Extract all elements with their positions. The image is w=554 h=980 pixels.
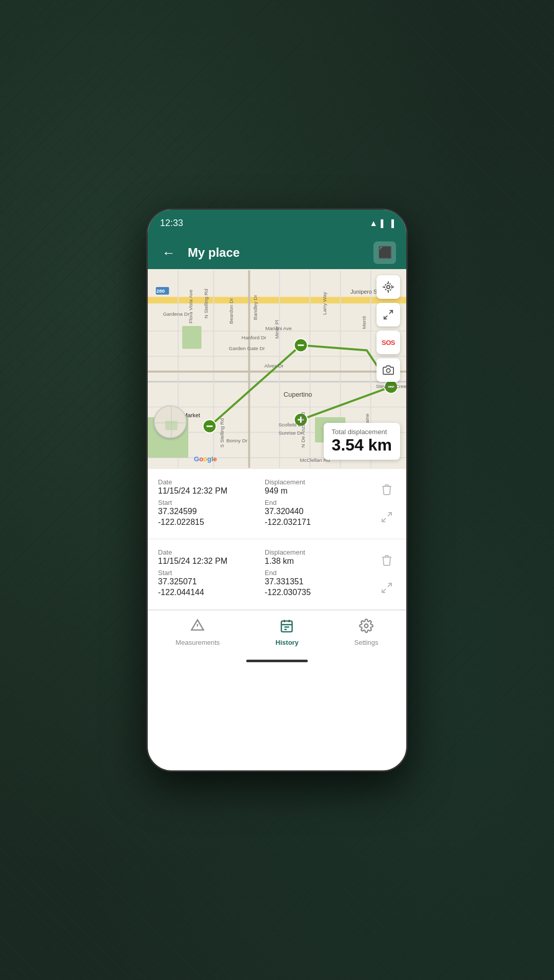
back-button[interactable]: ← [158, 241, 180, 265]
svg-point-83 [365, 624, 368, 628]
nav-history[interactable]: History [265, 615, 309, 650]
svg-rect-77 [282, 621, 292, 632]
svg-line-73 [382, 589, 386, 593]
item1-end-lat: 37.320440 [265, 506, 370, 517]
wifi-icon [369, 218, 378, 229]
svg-text:Larry Way: Larry Way [322, 292, 327, 315]
svg-text:Alves Dr: Alves Dr [264, 363, 284, 369]
page-title: My place [188, 246, 365, 260]
item2-end-block: End 37.331351 -122.030735 [265, 569, 370, 598]
svg-text:Hanford Dr: Hanford Dr [242, 335, 267, 340]
svg-text:N Stelling Rd: N Stelling Rd [203, 289, 209, 319]
item1-start-lat: 37.324599 [158, 506, 264, 517]
displacement-value: 3.54 km [332, 436, 392, 455]
svg-point-57 [387, 285, 390, 289]
measurements-label: Measurements [175, 639, 220, 646]
expand-button[interactable] [377, 303, 400, 326]
item1-actions [371, 478, 396, 529]
svg-rect-2 [148, 297, 406, 303]
home-indicator [148, 655, 406, 667]
history-list: Date 11/15/24 12:32 PM Start 37.324599 -… [148, 469, 406, 610]
save-button[interactable]: ⬛ [373, 241, 396, 264]
item2-displacement-value: 1.38 km [265, 556, 370, 567]
signal-icon [381, 218, 386, 229]
battery-icon [389, 218, 394, 229]
svg-line-63 [389, 311, 392, 314]
item1-end-label: End [265, 499, 370, 506]
svg-text:N De Anza Blvd: N De Anza Blvd [300, 412, 306, 447]
svg-rect-69 [165, 421, 177, 430]
item1-end-lon: -122.032171 [265, 517, 370, 528]
sos-button[interactable]: SOS [377, 331, 400, 354]
svg-text:Merrit: Merrit [361, 316, 367, 329]
item1-displacement-value: 949 m [265, 486, 370, 497]
svg-text:Mariani Ave: Mariani Ave [265, 325, 292, 331]
settings-icon [359, 619, 373, 637]
item2-displacement-label: Displacement [265, 548, 370, 556]
svg-text:Cupertino: Cupertino [284, 391, 312, 398]
status-bar: 12:33 [148, 210, 406, 236]
item1-start-lon: -122.022815 [158, 517, 264, 528]
history-item: Date 11/15/24 12:32 PM Start 37.324599 -… [148, 469, 406, 539]
map-controls: SOS [377, 275, 400, 382]
item2-date-label: Date [158, 548, 264, 556]
item2-actions [371, 548, 396, 600]
home-bar [246, 660, 308, 662]
svg-line-72 [388, 583, 391, 587]
svg-point-58 [385, 283, 392, 291]
history-icon [280, 619, 294, 637]
svg-line-71 [382, 518, 386, 522]
svg-text:Stevens Creek Blvd: Stevens Creek Blvd [376, 383, 406, 389]
item1-date-label: Date [158, 478, 264, 486]
mini-map-thumbnail[interactable] [154, 405, 187, 438]
item1-displacement-label: Displacement [265, 478, 370, 486]
history-label: History [275, 639, 299, 646]
nav-measurements[interactable]: Measurements [165, 615, 230, 650]
history-item: Date 11/15/24 12:32 PM Start 37.325071 -… [148, 539, 406, 609]
item1-right: Displacement 949 m End 37.320440 -122.03… [265, 478, 370, 527]
displacement-badge: Total displacement 3.54 km [324, 423, 400, 460]
item1-delete-button[interactable] [378, 481, 396, 500]
item2-right: Displacement 1.38 km End 37.331351 -122.… [265, 548, 370, 598]
location-button[interactable] [377, 275, 400, 299]
status-icons [369, 218, 394, 229]
map-container[interactable]: Junipero Serra Fwy 280 280 Flora Vista A… [148, 269, 406, 469]
svg-line-70 [388, 513, 391, 516]
svg-text:Bonny Dr: Bonny Dr [226, 438, 248, 443]
item1-expand-button[interactable] [378, 508, 396, 526]
item1-left: Date 11/15/24 12:32 PM Start 37.324599 -… [158, 478, 264, 527]
nav-settings[interactable]: Settings [344, 615, 389, 650]
item1-start-block: Start 37.324599 -122.022815 [158, 499, 264, 528]
google-logo: Google [194, 455, 217, 463]
status-time: 12:33 [160, 218, 183, 229]
item2-date-value: 11/15/24 12:32 PM [158, 556, 264, 567]
item2-start-block: Start 37.325071 -122.044144 [158, 569, 264, 598]
item1-date-value: 11/15/24 12:32 PM [158, 486, 264, 497]
svg-text:Beardon Dr: Beardon Dr [228, 298, 234, 324]
phone-frame: 12:33 ← My place ⬛ [146, 208, 408, 772]
svg-text:S Stelling Rd: S Stelling Rd [219, 418, 225, 447]
settings-label: Settings [354, 639, 379, 646]
save-icon: ⬛ [378, 246, 392, 259]
camera-button[interactable] [377, 358, 400, 382]
svg-text:Gardena Dr: Gardena Dr [163, 311, 190, 317]
item2-start-lon: -122.044144 [158, 587, 264, 598]
bottom-nav: Measurements History [148, 610, 406, 655]
svg-text:280: 280 [156, 288, 165, 294]
item2-end-lat: 37.331351 [265, 577, 370, 587]
item2-expand-button[interactable] [378, 579, 396, 597]
item1-end-block: End 37.320440 -122.032171 [265, 499, 370, 528]
measurements-icon [190, 619, 205, 637]
svg-line-64 [384, 316, 387, 319]
item2-delete-button[interactable] [378, 552, 396, 570]
item1-start-label: Start [158, 499, 264, 506]
svg-point-65 [386, 369, 390, 372]
svg-text:Bandley Dr: Bandley Dr [252, 295, 258, 320]
svg-rect-18 [182, 326, 202, 349]
item2-end-label: End [265, 569, 370, 577]
item2-end-lon: -122.030735 [265, 587, 370, 598]
toolbar: ← My place ⬛ [148, 236, 406, 269]
svg-text:Sunrise Dr: Sunrise Dr [279, 430, 303, 436]
svg-text:Flora Vista Ave: Flora Vista Ave [188, 289, 193, 323]
displacement-label: Total displacement [332, 428, 392, 436]
